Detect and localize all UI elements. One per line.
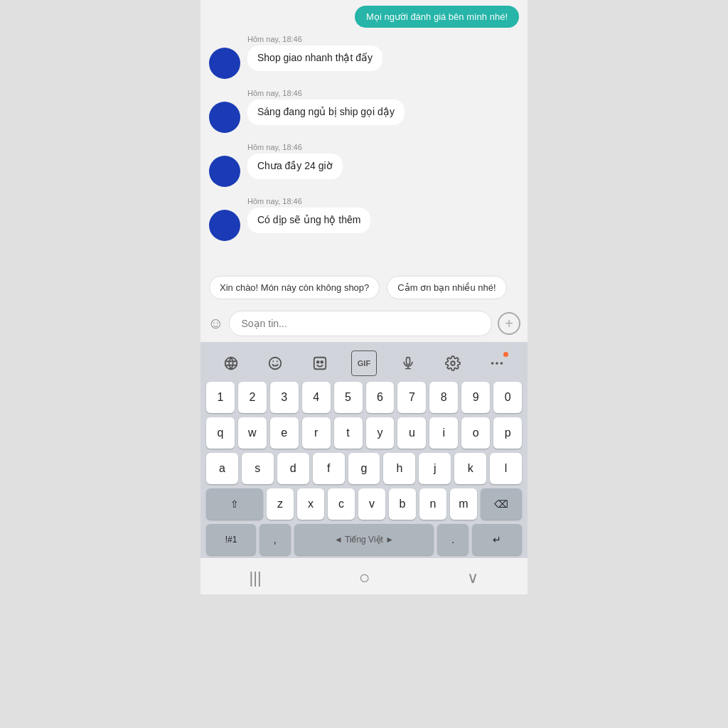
key-row-zxcv: ⇧ z x c v b n m ⌫ (206, 488, 522, 520)
key-row-asdf: a s d f g h j k l (206, 453, 522, 484)
key-u[interactable]: u (397, 417, 426, 449)
home-nav-icon[interactable]: ○ (359, 567, 370, 589)
key-backspace[interactable]: ⌫ (481, 488, 522, 520)
message-content-1: Hôm nay, 18:46 Shop giao nhanh thật đấy (247, 35, 382, 71)
key-w[interactable]: w (238, 417, 267, 449)
keyboard-toolbar: GIF (203, 348, 525, 382)
message-content-2: Hôm nay, 18:46 Sáng đang ngủ bị ship gọi… (247, 89, 405, 125)
message-bubble-4: Có dịp sẽ ủng hộ thêm (247, 208, 370, 233)
key-4[interactable]: 4 (302, 382, 331, 413)
notification-dot (503, 352, 508, 357)
quick-reply-2[interactable]: Cảm ơn bạn nhiều nhé! (387, 276, 506, 299)
nav-bar: ||| ○ ∨ (200, 558, 528, 594)
svg-rect-6 (407, 358, 410, 365)
svg-point-0 (269, 358, 282, 370)
svg-point-4 (317, 361, 319, 363)
message-row-2: Hôm nay, 18:46 Sáng đang ngủ bị ship gọi… (209, 89, 519, 133)
key-row-bottom: !#1 , ◄ Tiếng Việt ► . ↵ (206, 524, 522, 555)
key-e[interactable]: e (270, 417, 299, 449)
key-y[interactable]: y (366, 417, 395, 449)
settings-icon[interactable] (440, 350, 466, 376)
top-bubble: Mọi người đánh giá bên mình nhé! (355, 6, 519, 28)
translate-icon[interactable] (218, 350, 244, 376)
key-o[interactable]: o (461, 417, 490, 449)
svg-rect-3 (314, 358, 326, 370)
emoji-icon[interactable] (262, 350, 288, 376)
key-symbol[interactable]: !#1 (206, 524, 256, 555)
key-c[interactable]: c (328, 488, 355, 520)
key-rows: 1 2 3 4 5 6 7 8 9 0 q w e r t y u i (203, 382, 525, 555)
key-x[interactable]: x (297, 488, 324, 520)
quick-replies-row: Xin chào! Món này còn không shop? Cảm ơn… (200, 270, 528, 306)
message-row-4: Hôm nay, 18:46 Có dịp sẽ ủng hộ thêm (209, 197, 519, 241)
key-s[interactable]: s (242, 453, 274, 484)
key-a[interactable]: a (206, 453, 238, 484)
key-q[interactable]: q (206, 417, 235, 449)
key-d[interactable]: d (277, 453, 309, 484)
mic-icon[interactable] (395, 350, 421, 376)
svg-point-10 (491, 362, 494, 365)
message-time-3: Hôm nay, 18:46 (247, 143, 343, 151)
chat-area: Mọi người đánh giá bên mình nhé! Hôm nay… (200, 0, 528, 270)
key-h[interactable]: h (383, 453, 415, 484)
key-v[interactable]: v (358, 488, 385, 520)
message-time-1: Hôm nay, 18:46 (247, 35, 382, 43)
gif-icon[interactable]: GIF (351, 350, 377, 376)
key-z[interactable]: z (267, 488, 294, 520)
message-time-4: Hôm nay, 18:46 (247, 197, 370, 205)
message-row-1: Hôm nay, 18:46 Shop giao nhanh thật đấy (209, 35, 519, 79)
key-9[interactable]: 9 (461, 382, 490, 413)
avatar-4 (209, 210, 240, 241)
back-nav-icon[interactable]: ||| (250, 569, 262, 587)
key-3[interactable]: 3 (270, 382, 299, 413)
key-enter[interactable]: ↵ (472, 524, 522, 555)
avatar-3 (209, 156, 240, 187)
key-row-numbers: 1 2 3 4 5 6 7 8 9 0 (206, 382, 522, 413)
key-period[interactable]: . (437, 524, 469, 555)
key-b[interactable]: b (389, 488, 416, 520)
key-p[interactable]: p (493, 417, 522, 449)
key-i[interactable]: i (429, 417, 458, 449)
key-1[interactable]: 1 (206, 382, 235, 413)
message-input[interactable] (229, 311, 492, 336)
key-n[interactable]: n (419, 488, 446, 520)
key-0[interactable]: 0 (493, 382, 522, 413)
input-row: ☺ + (200, 306, 528, 342)
key-5[interactable]: 5 (334, 382, 363, 413)
key-t[interactable]: t (334, 417, 363, 449)
key-j[interactable]: j (419, 453, 451, 484)
message-time-2: Hôm nay, 18:46 (247, 89, 405, 97)
emoji-open-icon[interactable]: ☺ (208, 314, 223, 333)
key-row-qwerty: q w e r t y u i o p (206, 417, 522, 449)
quick-reply-1[interactable]: Xin chào! Món này còn không shop? (209, 276, 380, 299)
more-icon[interactable] (484, 350, 510, 376)
key-g[interactable]: g (348, 453, 380, 484)
svg-point-11 (496, 362, 498, 365)
key-l[interactable]: l (490, 453, 522, 484)
message-bubble-1: Shop giao nhanh thật đấy (247, 46, 382, 71)
svg-point-12 (500, 362, 503, 365)
top-bubble-row: Mọi người đánh giá bên mình nhé! (209, 6, 519, 28)
key-space[interactable]: ◄ Tiếng Việt ► (294, 524, 434, 555)
key-m[interactable]: m (450, 488, 477, 520)
message-row-3: Hôm nay, 18:46 Chưa đầy 24 giờ (209, 143, 519, 187)
add-attachment-button[interactable]: + (498, 312, 520, 335)
keyboard: GIF (200, 342, 528, 558)
key-2[interactable]: 2 (238, 382, 267, 413)
message-bubble-2: Sáng đang ngủ bị ship gọi dậy (247, 100, 405, 125)
key-f[interactable]: f (313, 453, 345, 484)
svg-point-5 (321, 361, 323, 363)
sticker-icon[interactable] (307, 350, 333, 376)
recent-nav-icon[interactable]: ∨ (467, 569, 478, 587)
svg-point-9 (451, 361, 455, 365)
key-6[interactable]: 6 (366, 382, 395, 413)
key-7[interactable]: 7 (397, 382, 426, 413)
key-comma[interactable]: , (259, 524, 291, 555)
key-shift[interactable]: ⇧ (206, 488, 263, 520)
avatar-2 (209, 102, 240, 133)
phone-frame: Mọi người đánh giá bên mình nhé! Hôm nay… (200, 0, 528, 594)
key-8[interactable]: 8 (429, 382, 458, 413)
key-k[interactable]: k (454, 453, 486, 484)
message-content-4: Hôm nay, 18:46 Có dịp sẽ ủng hộ thêm (247, 197, 370, 233)
key-r[interactable]: r (302, 417, 331, 449)
